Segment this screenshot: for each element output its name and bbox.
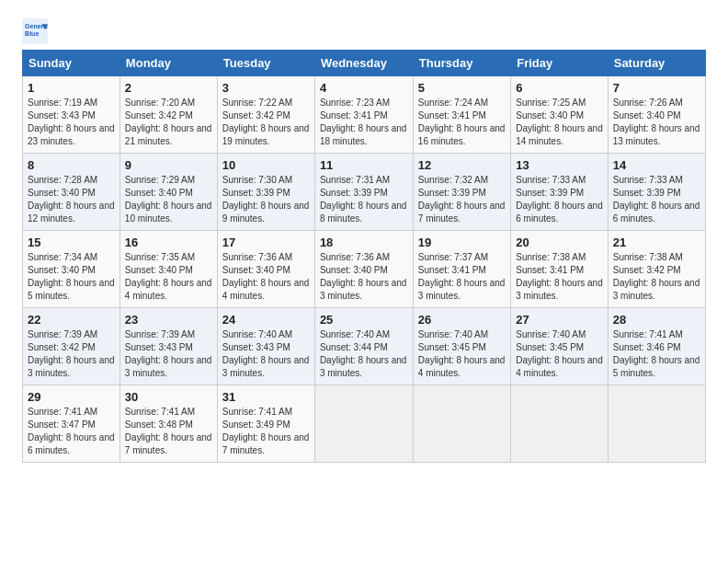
calendar-header: Sunday Monday Tuesday Wednesday Thursday… — [23, 51, 706, 76]
calendar-week-2: 8 Sunrise: 7:28 AMSunset: 3:40 PMDayligh… — [23, 154, 706, 231]
day-info: Sunrise: 7:41 AMSunset: 3:47 PMDaylight:… — [28, 407, 115, 455]
calendar-cell: 16 Sunrise: 7:35 AMSunset: 3:40 PMDaylig… — [119, 231, 217, 308]
calendar-cell: 29 Sunrise: 7:41 AMSunset: 3:47 PMDaylig… — [23, 385, 120, 463]
calendar-cell: 3 Sunrise: 7:22 AMSunset: 3:42 PMDayligh… — [217, 76, 314, 154]
col-thursday: Thursday — [413, 51, 510, 76]
day-number: 31 — [222, 390, 310, 404]
svg-text:Blue: Blue — [25, 30, 39, 37]
calendar-cell: 30 Sunrise: 7:41 AMSunset: 3:48 PMDaylig… — [119, 385, 217, 463]
calendar-cell: 25 Sunrise: 7:40 AMSunset: 3:44 PMDaylig… — [314, 308, 413, 385]
col-tuesday: Tuesday — [217, 51, 314, 76]
day-number: 25 — [320, 313, 408, 327]
day-info: Sunrise: 7:31 AMSunset: 3:39 PMDaylight:… — [320, 175, 407, 224]
day-info: Sunrise: 7:36 AMSunset: 3:40 PMDaylight:… — [320, 252, 407, 301]
calendar-cell: 15 Sunrise: 7:34 AMSunset: 3:40 PMDaylig… — [23, 231, 120, 308]
calendar-cell: 13 Sunrise: 7:33 AMSunset: 3:39 PMDaylig… — [511, 154, 609, 231]
day-number: 16 — [125, 236, 212, 249]
day-number: 28 — [613, 313, 700, 327]
calendar-week-1: 1 Sunrise: 7:19 AMSunset: 3:43 PMDayligh… — [23, 76, 706, 154]
calendar-cell: 17 Sunrise: 7:36 AMSunset: 3:40 PMDaylig… — [217, 231, 314, 308]
day-number: 5 — [418, 81, 506, 95]
calendar-cell: 23 Sunrise: 7:39 AMSunset: 3:43 PMDaylig… — [119, 308, 217, 385]
day-number: 3 — [222, 81, 310, 95]
calendar-cell: 14 Sunrise: 7:33 AMSunset: 3:39 PMDaylig… — [608, 154, 705, 231]
day-number: 23 — [125, 313, 212, 327]
day-info: Sunrise: 7:22 AMSunset: 3:42 PMDaylight:… — [222, 98, 310, 146]
calendar-cell: 31 Sunrise: 7:41 AMSunset: 3:49 PMDaylig… — [217, 385, 314, 463]
day-info: Sunrise: 7:41 AMSunset: 3:46 PMDaylight:… — [613, 329, 700, 378]
day-number: 2 — [125, 81, 212, 95]
calendar-cell — [413, 385, 510, 463]
calendar-cell: 8 Sunrise: 7:28 AMSunset: 3:40 PMDayligh… — [23, 154, 120, 231]
day-number: 15 — [28, 236, 115, 249]
day-number: 1 — [28, 81, 115, 95]
calendar-cell: 26 Sunrise: 7:40 AMSunset: 3:45 PMDaylig… — [413, 308, 510, 385]
day-number: 29 — [28, 390, 115, 404]
day-info: Sunrise: 7:28 AMSunset: 3:40 PMDaylight:… — [28, 175, 115, 224]
day-number: 10 — [222, 158, 310, 172]
calendar-cell: 2 Sunrise: 7:20 AMSunset: 3:42 PMDayligh… — [119, 76, 217, 154]
col-wednesday: Wednesday — [314, 51, 413, 76]
logo-icon: General Blue — [22, 18, 48, 44]
calendar-cell — [314, 385, 413, 463]
calendar-week-3: 15 Sunrise: 7:34 AMSunset: 3:40 PMDaylig… — [23, 231, 706, 308]
calendar-cell: 11 Sunrise: 7:31 AMSunset: 3:39 PMDaylig… — [314, 154, 413, 231]
day-number: 30 — [125, 390, 212, 404]
calendar-cell: 7 Sunrise: 7:26 AMSunset: 3:40 PMDayligh… — [608, 76, 705, 154]
day-number: 22 — [28, 313, 115, 327]
col-saturday: Saturday — [608, 51, 705, 76]
calendar-cell: 20 Sunrise: 7:38 AMSunset: 3:41 PMDaylig… — [511, 231, 609, 308]
day-info: Sunrise: 7:23 AMSunset: 3:41 PMDaylight:… — [320, 98, 407, 146]
page-header: General Blue — [22, 18, 706, 44]
calendar-cell: 22 Sunrise: 7:39 AMSunset: 3:42 PMDaylig… — [23, 308, 120, 385]
day-info: Sunrise: 7:26 AMSunset: 3:40 PMDaylight:… — [613, 98, 700, 146]
day-number: 9 — [125, 158, 212, 172]
day-number: 18 — [320, 236, 408, 249]
day-info: Sunrise: 7:19 AMSunset: 3:43 PMDaylight:… — [28, 98, 115, 146]
day-number: 12 — [418, 158, 506, 172]
calendar-table: Sunday Monday Tuesday Wednesday Thursday… — [22, 50, 706, 463]
day-info: Sunrise: 7:36 AMSunset: 3:40 PMDaylight:… — [222, 252, 310, 301]
calendar-cell: 24 Sunrise: 7:40 AMSunset: 3:43 PMDaylig… — [217, 308, 314, 385]
calendar-cell: 21 Sunrise: 7:38 AMSunset: 3:42 PMDaylig… — [608, 231, 705, 308]
day-info: Sunrise: 7:39 AMSunset: 3:42 PMDaylight:… — [28, 329, 115, 378]
calendar-cell: 28 Sunrise: 7:41 AMSunset: 3:46 PMDaylig… — [608, 308, 705, 385]
day-info: Sunrise: 7:39 AMSunset: 3:43 PMDaylight:… — [125, 329, 212, 378]
calendar-cell: 10 Sunrise: 7:30 AMSunset: 3:39 PMDaylig… — [217, 154, 314, 231]
col-friday: Friday — [511, 51, 609, 76]
day-number: 6 — [516, 81, 603, 95]
day-info: Sunrise: 7:38 AMSunset: 3:42 PMDaylight:… — [613, 252, 700, 301]
day-info: Sunrise: 7:20 AMSunset: 3:42 PMDaylight:… — [125, 98, 212, 146]
day-number: 13 — [516, 158, 603, 172]
day-number: 26 — [418, 313, 506, 327]
day-info: Sunrise: 7:37 AMSunset: 3:41 PMDaylight:… — [418, 252, 506, 301]
day-number: 20 — [516, 236, 603, 249]
day-number: 8 — [28, 158, 115, 172]
day-number: 19 — [418, 236, 506, 249]
calendar-cell: 1 Sunrise: 7:19 AMSunset: 3:43 PMDayligh… — [23, 76, 120, 154]
day-info: Sunrise: 7:40 AMSunset: 3:43 PMDaylight:… — [222, 329, 310, 378]
day-info: Sunrise: 7:32 AMSunset: 3:39 PMDaylight:… — [418, 175, 506, 224]
logo: General Blue — [22, 18, 51, 44]
calendar-body: 1 Sunrise: 7:19 AMSunset: 3:43 PMDayligh… — [23, 76, 706, 463]
calendar-cell — [608, 385, 705, 463]
day-number: 21 — [613, 236, 700, 249]
day-number: 17 — [222, 236, 310, 249]
day-info: Sunrise: 7:40 AMSunset: 3:45 PMDaylight:… — [418, 329, 506, 378]
day-number: 11 — [320, 158, 408, 172]
day-number: 4 — [320, 81, 408, 95]
day-number: 24 — [222, 313, 310, 327]
col-sunday: Sunday — [23, 51, 120, 76]
day-info: Sunrise: 7:24 AMSunset: 3:41 PMDaylight:… — [418, 98, 506, 146]
day-info: Sunrise: 7:33 AMSunset: 3:39 PMDaylight:… — [613, 175, 700, 224]
calendar-cell: 27 Sunrise: 7:40 AMSunset: 3:45 PMDaylig… — [511, 308, 609, 385]
day-info: Sunrise: 7:38 AMSunset: 3:41 PMDaylight:… — [516, 252, 603, 301]
calendar-cell: 12 Sunrise: 7:32 AMSunset: 3:39 PMDaylig… — [413, 154, 510, 231]
day-info: Sunrise: 7:41 AMSunset: 3:48 PMDaylight:… — [125, 407, 212, 455]
day-number: 14 — [613, 158, 700, 172]
day-number: 27 — [516, 313, 603, 327]
calendar-cell — [511, 385, 609, 463]
col-monday: Monday — [119, 51, 217, 76]
day-info: Sunrise: 7:33 AMSunset: 3:39 PMDaylight:… — [516, 175, 603, 224]
calendar-cell: 18 Sunrise: 7:36 AMSunset: 3:40 PMDaylig… — [314, 231, 413, 308]
